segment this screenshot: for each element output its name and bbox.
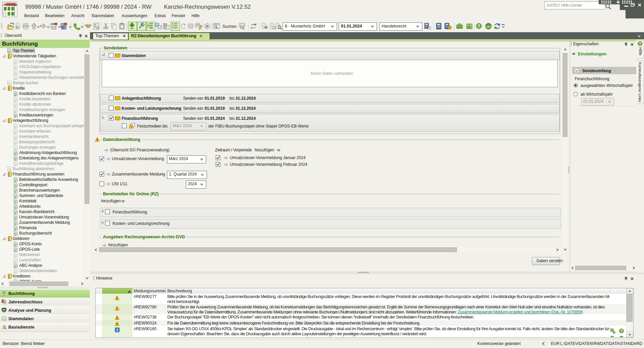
svg-text:?: ? — [639, 42, 641, 46]
svg-text:?: ? — [478, 24, 480, 29]
svg-text:€: € — [449, 26, 451, 29]
svg-text:?: ? — [620, 329, 622, 333]
svg-text:LEX: LEX — [486, 25, 491, 28]
svg-text:€: € — [542, 341, 545, 346]
